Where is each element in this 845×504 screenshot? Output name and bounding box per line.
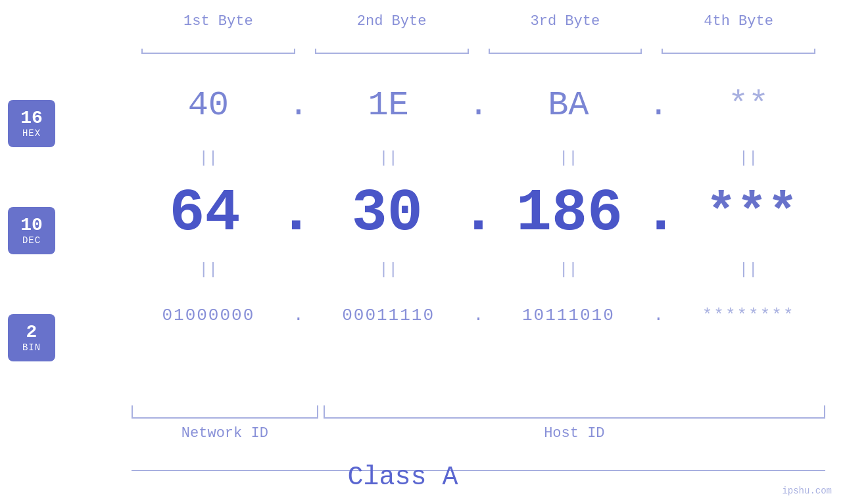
dec-val-2: 30 <box>314 180 460 247</box>
bin-val-4: ******** <box>671 306 825 325</box>
sep-1: || <box>132 149 285 167</box>
hex-row: 40 . 1E . BA . ** <box>132 66 825 145</box>
hex-dot-1: . <box>285 86 312 125</box>
dec-row: 64 . 30 . 186 . *** <box>132 171 825 256</box>
hex-val-1: 40 <box>132 86 285 125</box>
dec-dot-3: . <box>643 180 679 247</box>
hex-val-3: BA <box>492 86 646 125</box>
hex-dot-3: . <box>645 86 671 125</box>
host-id-label: Host ID <box>324 425 825 442</box>
sep-7: || <box>492 261 646 279</box>
sep-2: || <box>312 149 466 167</box>
bin-dot-2: . <box>466 306 492 325</box>
dec-val-4: *** <box>679 185 825 242</box>
dec-val-1: 64 <box>132 180 278 247</box>
network-id-label: Network ID <box>132 425 318 442</box>
bottom-section: Network ID Host ID <box>132 405 825 442</box>
bottom-brackets <box>132 405 825 419</box>
dec-val-3: 186 <box>496 180 643 247</box>
bracket-1 <box>141 53 295 54</box>
bin-badge-number: 2 <box>26 323 37 343</box>
network-bracket <box>132 405 318 419</box>
sep-row-1: || || || || <box>132 145 825 171</box>
col-header-2: 2nd Byte <box>305 13 479 30</box>
hex-val-2: 1E <box>312 86 466 125</box>
bin-badge: 2 BIN <box>8 314 55 361</box>
values-grid: 40 . 1E . BA . ** || <box>132 66 825 348</box>
main-container: 16 HEX 10 DEC 2 BIN 1st Byte 2nd Byte 3r… <box>0 0 845 504</box>
sep-5: || <box>132 261 285 279</box>
bin-badge-label: BIN <box>22 342 41 353</box>
sep-3: || <box>492 149 646 167</box>
bin-val-3: 10111010 <box>492 306 646 325</box>
col-header-3: 3rd Byte <box>479 13 652 30</box>
col-header-4: 4th Byte <box>652 13 825 30</box>
bottom-labels: Network ID Host ID <box>132 425 825 442</box>
sep-4: || <box>671 149 825 167</box>
hex-badge-number: 16 <box>20 108 43 129</box>
hex-dot-2: . <box>466 86 492 125</box>
dec-badge-label: DEC <box>22 235 41 246</box>
bin-dot-1: . <box>285 306 312 325</box>
hex-badge-label: HEX <box>22 128 41 139</box>
top-brackets <box>132 53 825 54</box>
hex-badge: 16 HEX <box>8 100 55 147</box>
watermark: ipshu.com <box>782 486 832 496</box>
host-bracket <box>324 405 825 419</box>
bracket-4 <box>662 53 815 54</box>
hex-val-4: ** <box>671 86 825 125</box>
class-label: Class A <box>0 463 806 492</box>
bin-dot-3: . <box>645 306 671 325</box>
bracket-2 <box>315 53 469 54</box>
dec-badge-number: 10 <box>20 216 43 236</box>
dec-badge: 10 DEC <box>8 207 55 254</box>
sep-row-2: || || || || <box>132 256 825 283</box>
bin-val-1: 01000000 <box>132 306 285 325</box>
sep-8: || <box>671 261 825 279</box>
column-headers: 1st Byte 2nd Byte 3rd Byte 4th Byte <box>132 13 825 30</box>
dec-dot-2: . <box>460 180 496 247</box>
bin-val-2: 00011110 <box>312 306 466 325</box>
sep-6: || <box>312 261 466 279</box>
bin-row: 01000000 . 00011110 . 10111010 . *******… <box>132 283 825 348</box>
dec-dot-1: . <box>278 180 314 247</box>
col-header-1: 1st Byte <box>132 13 305 30</box>
bracket-3 <box>489 53 642 54</box>
